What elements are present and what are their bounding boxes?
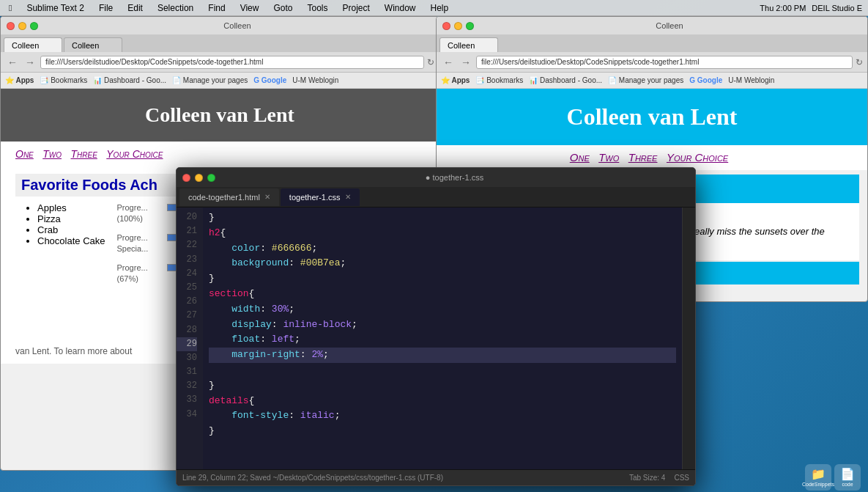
- bookmarks-pages[interactable]: 📄 Manage your pages: [172, 76, 248, 84]
- menubar:  Sublime Text 2 File Edit Selection Fin…: [0, 0, 868, 16]
- editor-minimize[interactable]: [195, 174, 203, 182]
- file-menu[interactable]: File: [96, 3, 116, 13]
- right-back-button[interactable]: ←: [441, 56, 456, 68]
- project-menu[interactable]: Project: [339, 3, 372, 13]
- code-line-23: background: #00B7ea;: [209, 256, 676, 271]
- left-tab-1[interactable]: Colleen: [4, 37, 62, 52]
- dock-code[interactable]: 📄 code: [834, 464, 861, 491]
- right-nav-yourchoice[interactable]: Your Choice: [667, 151, 728, 164]
- right-maximize-button[interactable]: [466, 22, 474, 30]
- right-titlebar: Colleen: [437, 17, 867, 34]
- tools-menu[interactable]: Tools: [304, 3, 330, 13]
- line-numbers: 20 21 22 23 24 25 26 27 28 29 30 31 32 3…: [177, 208, 203, 469]
- app-name[interactable]: Sublime Text 2: [23, 3, 87, 13]
- editor-tab-bar: code-together1.html ✕ together-1.css ✕: [177, 187, 695, 208]
- right-forward-button[interactable]: →: [459, 56, 473, 68]
- nav-yourchoice[interactable]: Your Choice: [106, 148, 163, 160]
- forward-button[interactable]: →: [23, 56, 37, 68]
- left-bookmarks: ⭐ Apps 📑 Bookmarks 📊 Dashboard - Goo... …: [1, 73, 439, 89]
- left-tab-2[interactable]: Colleen: [64, 37, 122, 52]
- editor-close[interactable]: [182, 174, 190, 182]
- dock: 📁 CodeSnippets 📄 code: [805, 464, 861, 491]
- left-toolbar: ← → file:///Users/deilstudioe/Desktop/Co…: [1, 52, 439, 73]
- right-page-nav: One Two Three Your Choice: [437, 145, 867, 170]
- left-page-nav: One Two Three Your Choice: [1, 142, 439, 166]
- code-line-29: margin-right: 2%;: [209, 348, 676, 363]
- food-pizza: Pizza: [37, 213, 105, 224]
- bookmarks-umich[interactable]: U-M Weblogin: [292, 76, 338, 84]
- lang-label: CSS: [674, 474, 689, 482]
- tab-close-css[interactable]: ✕: [345, 193, 351, 201]
- status-right: Tab Size: 4 CSS: [629, 474, 689, 482]
- code-line-25: section{: [209, 287, 676, 302]
- code-line-21: h2{: [209, 226, 676, 241]
- right-bm-pages[interactable]: 📄 Manage your pages: [608, 76, 683, 84]
- right-toolbar: ← → file:///Users/deilstudioe/Desktop/Co…: [437, 52, 867, 73]
- code-line-30: [209, 363, 676, 378]
- minimize-button[interactable]: [18, 22, 26, 30]
- right-bm-bookmarks[interactable]: 📑 Bookmarks: [475, 76, 523, 84]
- user-label: DEIL Studio E: [812, 4, 862, 12]
- back-button[interactable]: ←: [5, 56, 20, 68]
- status-left: Line 29, Column 22; Saved ~/Desktop/Code…: [182, 474, 443, 482]
- right-close-button[interactable]: [442, 22, 450, 30]
- dock-codesnippets[interactable]: 📁 CodeSnippets: [805, 464, 831, 491]
- code-line-28: float: left;: [209, 332, 676, 348]
- left-titlebar: Colleen: [1, 17, 439, 34]
- right-nav-two[interactable]: Two: [598, 151, 619, 164]
- window-menu[interactable]: Window: [382, 3, 419, 13]
- find-menu[interactable]: Find: [205, 3, 228, 13]
- code-area[interactable]: } h2{ color: #666666; background: #00B7e…: [203, 208, 682, 469]
- refresh-icon[interactable]: ↻: [427, 57, 434, 67]
- right-page-title: Colleen van Lent: [451, 103, 853, 131]
- right-page-header: Colleen van Lent: [437, 89, 867, 145]
- food-crab: Crab: [37, 224, 105, 235]
- menubar-right: Thu 2:00 PM DEIL Studio E: [760, 4, 862, 12]
- right-tab-1[interactable]: Colleen: [439, 37, 498, 52]
- code-line-20: }: [209, 210, 676, 226]
- tab-size-label: Tab Size: 4: [629, 474, 665, 482]
- window-title: Colleen: [42, 21, 433, 30]
- right-page-content: Colleen van Lent One Two Three Your Choi…: [437, 89, 867, 170]
- food-choc: Chocolate Cake: [37, 235, 105, 246]
- right-minimize-button[interactable]: [454, 22, 462, 30]
- right-nav-three[interactable]: Three: [628, 151, 658, 164]
- goto-menu[interactable]: Goto: [270, 3, 295, 13]
- apple-menu[interactable]: : [6, 3, 15, 13]
- maximize-button[interactable]: [30, 22, 38, 30]
- address-bar-left[interactable]: file:///Users/deilstudioe/Desktop/CodeSn…: [40, 56, 424, 69]
- nav-three[interactable]: Three: [70, 148, 97, 160]
- editor-tab-css[interactable]: together-1.css ✕: [281, 188, 360, 206]
- bookmarks-google[interactable]: G Google: [253, 76, 286, 84]
- tab-close-html[interactable]: ✕: [264, 193, 270, 201]
- right-bm-apps[interactable]: ⭐ Apps: [441, 76, 470, 84]
- nav-one[interactable]: One: [15, 148, 34, 160]
- code-line-22: color: #666666;: [209, 241, 676, 257]
- foods-list: Apples Pizza Crab Chocolate Cake: [15, 202, 105, 279]
- help-menu[interactable]: Help: [428, 3, 452, 13]
- view-menu[interactable]: View: [237, 3, 262, 13]
- right-bm-google[interactable]: G Google: [689, 76, 722, 84]
- bookmarks-main[interactable]: 📑 Bookmarks: [40, 76, 87, 84]
- code-line-26: width: 30%;: [209, 302, 676, 317]
- nav-two[interactable]: Two: [42, 148, 62, 160]
- code-line-24: }: [209, 271, 676, 287]
- selection-menu[interactable]: Selection: [155, 3, 196, 13]
- right-nav-one[interactable]: One: [570, 151, 590, 164]
- editor-tab-html[interactable]: code-together1.html ✕: [179, 188, 279, 206]
- editor-body: 20 21 22 23 24 25 26 27 28 29 30 31 32 3…: [177, 208, 695, 469]
- code-editor: ● together-1.css code-together1.html ✕ t…: [176, 167, 696, 486]
- bookmarks-apps[interactable]: ⭐ Apps: [5, 76, 34, 84]
- right-bm-dashboard[interactable]: 📊 Dashboard - Goo...: [529, 76, 602, 84]
- right-refresh-icon[interactable]: ↻: [856, 57, 863, 67]
- bookmarks-dashboard[interactable]: 📊 Dashboard - Goo...: [93, 76, 166, 84]
- editor-maximize[interactable]: [207, 174, 215, 182]
- right-bm-umich[interactable]: U-M Weblogin: [728, 76, 774, 84]
- editor-sidebar: [682, 208, 695, 469]
- edit-menu[interactable]: Edit: [125, 3, 146, 13]
- address-bar-right[interactable]: file:///Users/deilstudioe/Desktop/CodeSn…: [476, 56, 853, 69]
- desktop:  Sublime Text 2 File Edit Selection Fin…: [0, 0, 868, 492]
- left-page-title: Colleen van Lent: [15, 103, 424, 127]
- food-apples: Apples: [37, 202, 105, 213]
- close-button[interactable]: [7, 22, 15, 30]
